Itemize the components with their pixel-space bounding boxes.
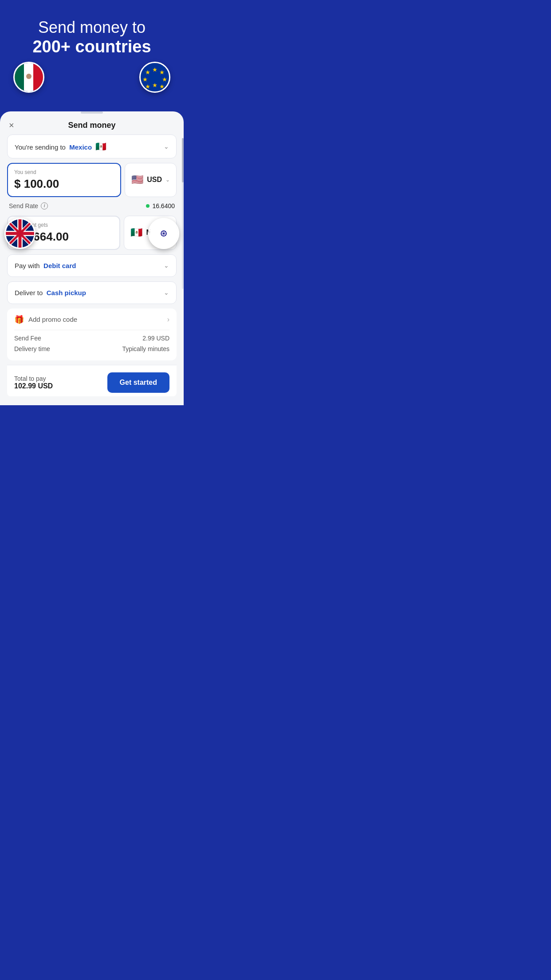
destination-label: You're sending to Mexico 🇲🇽 xyxy=(15,141,106,152)
send-rate-row: Send Rate i 16.6400 xyxy=(7,200,177,212)
scrollbar-track[interactable] xyxy=(182,138,184,289)
uk-flag-bottom xyxy=(4,218,35,249)
send-currency-selector[interactable]: 🇺🇸 USD ⌄ xyxy=(125,163,177,197)
destination-flag: 🇲🇽 xyxy=(95,142,106,151)
pay-with-selector[interactable]: Pay with Debit card ⌄ xyxy=(7,254,177,277)
send-currency-flag: 🇺🇸 xyxy=(131,174,143,186)
send-fee-label: Send Fee xyxy=(14,335,41,342)
bottom-bar: Total to pay 102.99 USD Get started xyxy=(7,365,177,396)
deliver-to-method: Cash pickup xyxy=(47,289,86,296)
amount-row: You send $ 100.00 🇺🇸 USD ⌄ xyxy=(7,163,177,197)
deliver-to-selector[interactable]: Deliver to Cash pickup ⌄ xyxy=(7,281,177,304)
delivery-time-label: Delivery time xyxy=(14,345,50,352)
promo-fees-section: 🎁 Add promo code › Send Fee 2.99 USD Del… xyxy=(7,308,177,360)
promo-chevron-icon: › xyxy=(167,316,169,324)
send-currency-code: USD xyxy=(147,176,162,184)
deliver-to-label: Deliver to Cash pickup xyxy=(15,289,86,296)
you-send-box[interactable]: You send $ 100.00 xyxy=(7,163,121,197)
chevron-down-icon: ⌄ xyxy=(164,143,169,150)
rate-green-dot xyxy=(146,204,150,208)
hero-line2: 200+ countries xyxy=(9,37,175,57)
pay-with-chevron-icon: ⌄ xyxy=(164,262,169,269)
you-send-amount: $ 100.00 xyxy=(14,177,114,191)
svg-point-3 xyxy=(141,63,169,91)
send-fee-value: 2.99 USD xyxy=(142,335,169,342)
promo-row[interactable]: 🎁 Add promo code › xyxy=(14,315,169,330)
card-section-wrapper: × Send money You're sending to Mexico 🇲🇽… xyxy=(0,111,184,405)
gift-icon: 🎁 xyxy=(14,315,24,324)
promo-label: Add promo code xyxy=(28,316,77,323)
total-label: Total to pay xyxy=(14,375,53,382)
total-section: Total to pay 102.99 USD xyxy=(14,375,53,390)
pay-with-label: Pay with Debit card xyxy=(15,262,76,269)
send-currency-chevron: ⌄ xyxy=(165,177,170,183)
scrollbar-thumb xyxy=(182,138,184,182)
delivery-time-row: Delivery time Typically minutes xyxy=(14,344,169,354)
delivery-time-value: Typically minutes xyxy=(122,345,169,352)
hero-line1: Send money to xyxy=(9,18,175,37)
recipient-currency-flag: 🇲🇽 xyxy=(130,227,142,238)
promo-left: 🎁 Add promo code xyxy=(14,315,77,324)
pay-with-method: Debit card xyxy=(43,262,76,269)
top-flags-container xyxy=(9,62,175,97)
info-icon[interactable]: i xyxy=(41,202,48,209)
page-wrapper: Send money to 200+ countries xyxy=(0,0,184,405)
hero-section: Send money to 200+ countries xyxy=(0,0,184,106)
close-button[interactable]: × xyxy=(9,121,14,130)
card-header: × Send money xyxy=(0,114,184,134)
send-rate-value: 16.6400 xyxy=(146,202,175,209)
eu-flag-top xyxy=(139,62,170,93)
send-money-card: × Send money You're sending to Mexico 🇲🇽… xyxy=(0,111,184,405)
send-rate-label: Send Rate i xyxy=(9,202,48,209)
destination-selector[interactable]: You're sending to Mexico 🇲🇽 ⌄ xyxy=(7,134,177,158)
total-value: 102.99 USD xyxy=(14,382,53,390)
send-fee-row: Send Fee 2.99 USD xyxy=(14,330,169,344)
send-amount-section: You send $ 100.00 🇺🇸 USD ⌄ xyxy=(7,163,177,197)
deliver-to-chevron-icon: ⌄ xyxy=(164,289,169,296)
india-flag-bottom xyxy=(148,218,179,249)
card-body: You're sending to Mexico 🇲🇽 ⌄ You send $… xyxy=(0,134,184,396)
get-started-button[interactable]: Get started xyxy=(107,372,169,393)
you-send-label: You send xyxy=(14,169,114,175)
svg-point-2 xyxy=(26,74,31,79)
card-title: Send money xyxy=(68,121,115,130)
mexico-flag-top xyxy=(13,62,44,93)
destination-country: Mexico xyxy=(69,143,92,151)
